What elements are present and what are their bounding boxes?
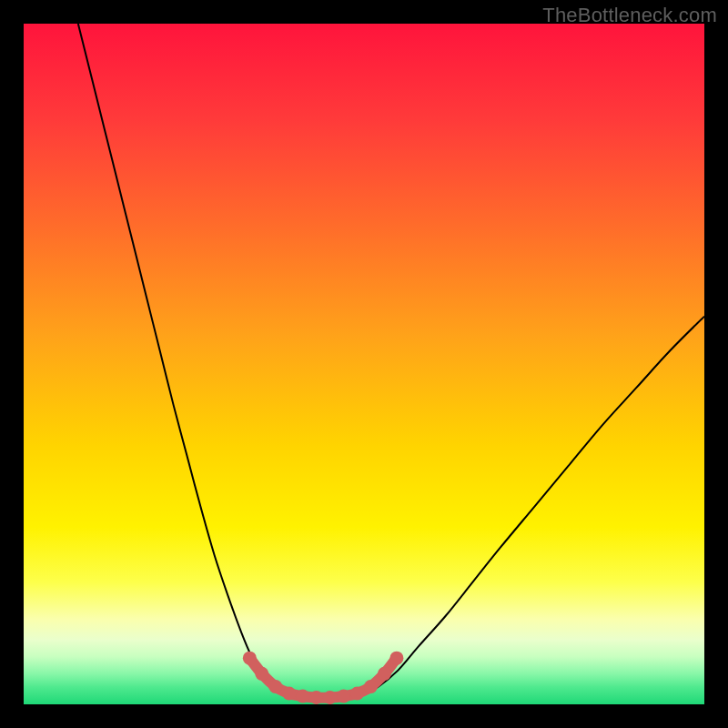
plot-area xyxy=(24,24,704,704)
left-curve xyxy=(78,24,282,694)
trough-marker xyxy=(337,690,350,703)
watermark-text: TheBottleneck.com xyxy=(542,4,717,27)
trough-marker xyxy=(282,687,296,701)
trough-marker xyxy=(268,680,282,693)
right-curve xyxy=(364,317,704,694)
trough-marker xyxy=(389,652,403,665)
trough-marker xyxy=(243,652,257,665)
trough-marker xyxy=(255,667,268,681)
chart-curves xyxy=(24,24,704,704)
trough-marker xyxy=(364,680,378,693)
trough-marker xyxy=(378,667,391,681)
trough-marker xyxy=(323,691,337,704)
trough-marker xyxy=(350,687,364,701)
trough-marker xyxy=(309,691,323,704)
chart-frame: TheBottleneck.com xyxy=(0,0,728,728)
trough-marker xyxy=(296,690,309,703)
